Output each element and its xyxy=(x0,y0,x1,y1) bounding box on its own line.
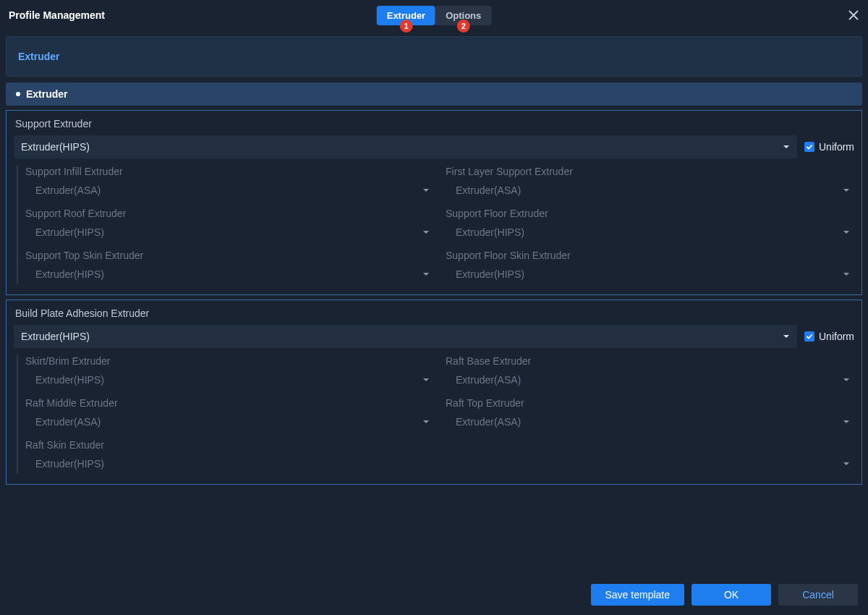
chevron-down-icon xyxy=(422,373,430,386)
support-uniform: Uniform xyxy=(804,141,854,153)
tab-group: Extruder 1 Options 2 xyxy=(377,6,492,25)
field-support-infill: Support Infill Extruder Extruder(ASA) xyxy=(25,166,434,200)
adhesion-uniform-label: Uniform xyxy=(819,331,854,342)
chevron-down-icon xyxy=(783,140,790,153)
group-support-extruder: Support Extruder Extruder(HIPS) Uniform … xyxy=(6,110,862,295)
select-raft-skin[interactable]: Extruder(HIPS) xyxy=(25,454,854,474)
field-raft-skin: Raft Skin Extuder Extruder(HIPS) xyxy=(25,439,854,474)
field-raft-base: Raft Base Extruder Extruder(ASA) xyxy=(446,355,854,390)
titlebar: Profile Management Extruder 1 Options 2 xyxy=(0,0,868,30)
value-support-roof: Extruder(HIPS) xyxy=(35,226,104,238)
value-raft-top: Extruder(ASA) xyxy=(456,416,521,428)
field-skirt-brim: Skirt/Brim Extruder Extruder(HIPS) xyxy=(25,355,434,390)
tab-options-badge: 2 xyxy=(457,20,470,33)
label-raft-skin: Raft Skin Extuder xyxy=(25,439,854,451)
chevron-down-icon xyxy=(843,415,850,428)
chevron-down-icon xyxy=(783,330,790,343)
dialog-body: Extruder Extruder Support Extruder Extru… xyxy=(0,30,868,574)
label-support-floor: Support Floor Extruder xyxy=(446,208,854,219)
support-extruder-select[interactable]: Extruder(HIPS) xyxy=(14,135,797,158)
value-raft-base: Extruder(ASA) xyxy=(456,374,521,386)
cancel-button[interactable]: Cancel xyxy=(778,584,858,606)
field-support-floor: Support Floor Extruder Extruder(HIPS) xyxy=(446,208,854,242)
value-support-floor-skin: Extruder(HIPS) xyxy=(456,268,524,280)
field-raft-middle: Raft Middle Extruder Extruder(ASA) xyxy=(25,397,434,432)
select-support-roof[interactable]: Extruder(HIPS) xyxy=(25,222,434,242)
adhesion-uniform: Uniform xyxy=(804,331,854,342)
select-support-top-skin[interactable]: Extruder(HIPS) xyxy=(25,264,434,284)
window-title: Profile Management xyxy=(9,9,105,21)
chevron-down-icon xyxy=(843,457,850,470)
value-support-top-skin: Extruder(HIPS) xyxy=(35,268,104,280)
field-support-roof: Support Roof Extruder Extruder(HIPS) xyxy=(25,208,434,242)
chevron-down-icon xyxy=(422,415,430,428)
adhesion-subfields: Skirt/Brim Extruder Extruder(HIPS) Raft … xyxy=(17,355,854,474)
adhesion-extruder-value: Extruder(HIPS) xyxy=(21,331,90,342)
tab-extruder[interactable]: Extruder 1 xyxy=(377,6,435,25)
breadcrumb-panel: Extruder xyxy=(6,36,862,77)
value-raft-skin: Extruder(HIPS) xyxy=(35,458,104,470)
select-skirt-brim[interactable]: Extruder(HIPS) xyxy=(25,370,434,390)
group-adhesion-extruder: Build Plate Adhesion Extruder Extruder(H… xyxy=(6,300,862,485)
select-support-infill[interactable]: Extruder(ASA) xyxy=(25,180,434,200)
field-raft-top: Raft Top Extruder Extruder(ASA) xyxy=(446,397,854,432)
cancel-label: Cancel xyxy=(802,589,834,601)
select-raft-base[interactable]: Extruder(ASA) xyxy=(446,370,854,390)
label-raft-middle: Raft Middle Extruder xyxy=(25,397,434,409)
adhesion-extruder-select[interactable]: Extruder(HIPS) xyxy=(14,325,797,348)
group-support-title: Support Extruder xyxy=(15,118,854,130)
field-first-layer-support: First Layer Support Extruder Extruder(AS… xyxy=(446,166,854,200)
value-support-infill: Extruder(ASA) xyxy=(35,184,101,196)
support-uniform-label: Uniform xyxy=(819,141,854,153)
field-support-top-skin: Support Top Skin Extruder Extruder(HIPS) xyxy=(25,250,434,284)
chevron-down-icon xyxy=(422,268,430,281)
label-support-infill: Support Infill Extruder xyxy=(25,166,434,177)
label-skirt-brim: Skirt/Brim Extruder xyxy=(25,355,434,367)
support-subfields: Support Infill Extruder Extruder(ASA) Fi… xyxy=(17,166,854,284)
chevron-down-icon xyxy=(843,226,850,239)
select-raft-middle[interactable]: Extruder(ASA) xyxy=(25,412,434,432)
section-title: Extruder xyxy=(26,88,68,100)
label-support-roof: Support Roof Extruder xyxy=(25,208,434,219)
bullet-icon xyxy=(16,92,20,96)
value-first-layer-support: Extruder(ASA) xyxy=(456,184,521,196)
section-header-extruder[interactable]: Extruder xyxy=(6,82,862,106)
label-support-top-skin: Support Top Skin Extruder xyxy=(25,250,434,261)
field-support-floor-skin: Support Floor Skin Extruder Extruder(HIP… xyxy=(446,250,854,284)
save-template-label: Save template xyxy=(605,589,671,601)
save-template-button[interactable]: Save template xyxy=(591,584,685,606)
value-raft-middle: Extruder(ASA) xyxy=(35,416,101,428)
adhesion-uniform-checkbox[interactable] xyxy=(804,331,814,342)
chevron-down-icon xyxy=(843,373,850,386)
ok-label: OK xyxy=(724,589,739,601)
chevron-down-icon xyxy=(843,268,850,281)
footer: Save template OK Cancel xyxy=(0,574,868,615)
value-skirt-brim: Extruder(HIPS) xyxy=(35,374,104,386)
label-raft-top: Raft Top Extruder xyxy=(446,397,854,409)
select-raft-top[interactable]: Extruder(ASA) xyxy=(446,412,854,432)
label-support-floor-skin: Support Floor Skin Extruder xyxy=(446,250,854,261)
label-first-layer-support: First Layer Support Extruder xyxy=(446,166,854,177)
ok-button[interactable]: OK xyxy=(692,584,771,606)
support-uniform-checkbox[interactable] xyxy=(804,142,814,152)
group-adhesion-title: Build Plate Adhesion Extruder xyxy=(15,308,854,319)
chevron-down-icon xyxy=(422,184,430,197)
select-first-layer-support[interactable]: Extruder(ASA) xyxy=(446,180,854,200)
chevron-down-icon xyxy=(422,226,430,239)
label-raft-base: Raft Base Extruder xyxy=(446,355,854,367)
tab-options[interactable]: Options 2 xyxy=(435,6,491,25)
tab-extruder-badge: 1 xyxy=(399,20,412,33)
support-extruder-value: Extruder(HIPS) xyxy=(21,141,90,153)
chevron-down-icon xyxy=(843,184,850,197)
select-support-floor[interactable]: Extruder(HIPS) xyxy=(446,222,854,242)
value-support-floor: Extruder(HIPS) xyxy=(456,226,524,238)
select-support-floor-skin[interactable]: Extruder(HIPS) xyxy=(446,264,854,284)
close-icon[interactable] xyxy=(848,9,859,21)
breadcrumb: Extruder xyxy=(18,51,60,62)
